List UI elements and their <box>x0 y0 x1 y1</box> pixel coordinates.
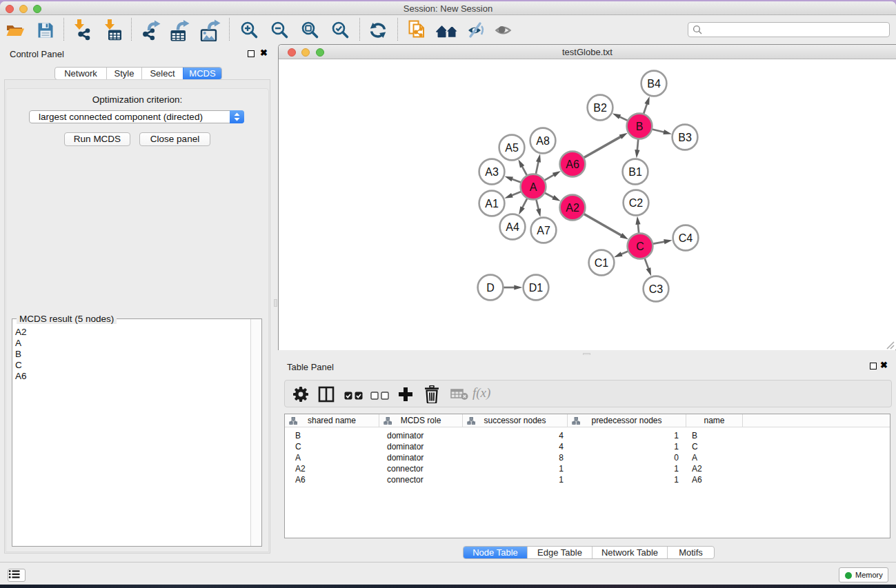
svg-text:A6: A6 <box>566 159 579 170</box>
svg-text:B3: B3 <box>678 132 692 143</box>
svg-text:B1: B1 <box>628 166 642 178</box>
svg-text:B4: B4 <box>647 78 661 90</box>
svg-text:D: D <box>486 282 495 294</box>
svg-text:C2: C2 <box>629 197 644 209</box>
svg-text:C: C <box>636 241 644 252</box>
svg-text:D1: D1 <box>529 282 544 294</box>
svg-text:A: A <box>530 181 537 193</box>
svg-text:B2: B2 <box>593 102 607 114</box>
svg-text:A8: A8 <box>536 135 550 147</box>
svg-text:A4: A4 <box>506 221 519 233</box>
svg-text:C4: C4 <box>679 232 693 244</box>
svg-text:C1: C1 <box>595 257 609 269</box>
svg-text:A1: A1 <box>485 198 499 210</box>
svg-text:A5: A5 <box>505 142 519 154</box>
svg-text:A3: A3 <box>485 166 499 178</box>
svg-text:A2: A2 <box>566 202 579 214</box>
svg-text:C3: C3 <box>649 283 664 295</box>
svg-text:B: B <box>636 121 644 132</box>
svg-text:A7: A7 <box>537 225 550 236</box>
